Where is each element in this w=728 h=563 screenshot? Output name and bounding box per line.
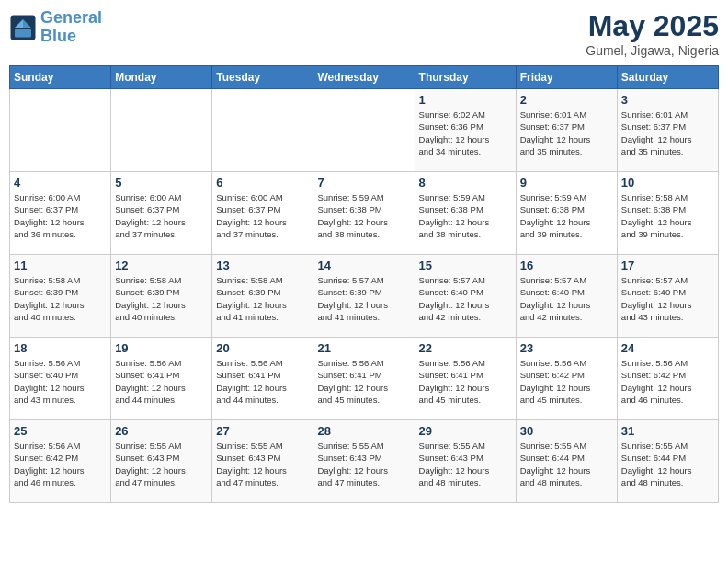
weekday-header-friday: Friday [516,66,617,89]
calendar-cell: 31Sunrise: 5:55 AM Sunset: 6:44 PM Dayli… [617,420,718,503]
day-info: Sunrise: 5:55 AM Sunset: 6:43 PM Dayligh… [216,440,309,488]
calendar-cell: 7Sunrise: 5:59 AM Sunset: 6:38 PM Daylig… [313,172,415,255]
day-number: 29 [419,424,512,438]
weekday-header-wednesday: Wednesday [313,66,415,89]
day-info: Sunrise: 5:55 AM Sunset: 6:44 PM Dayligh… [621,440,714,488]
calendar-cell [212,89,313,172]
calendar-cell: 11Sunrise: 5:58 AM Sunset: 6:39 PM Dayli… [10,255,111,338]
calendar-cell [10,89,111,172]
day-info: Sunrise: 5:56 AM Sunset: 6:41 PM Dayligh… [216,357,309,406]
calendar-cell: 28Sunrise: 5:55 AM Sunset: 6:43 PM Dayli… [313,420,415,503]
day-number: 24 [621,341,714,355]
calendar-cell: 20Sunrise: 5:56 AM Sunset: 6:41 PM Dayli… [212,338,313,420]
calendar-cell: 15Sunrise: 5:57 AM Sunset: 6:40 PM Dayli… [415,255,516,338]
day-info: Sunrise: 5:59 AM Sunset: 6:38 PM Dayligh… [520,191,613,240]
day-info: Sunrise: 5:57 AM Sunset: 6:40 PM Dayligh… [520,274,613,323]
day-info: Sunrise: 6:00 AM Sunset: 6:37 PM Dayligh… [14,191,107,240]
calendar-cell: 2Sunrise: 6:01 AM Sunset: 6:37 PM Daylig… [516,89,617,172]
day-info: Sunrise: 6:00 AM Sunset: 6:37 PM Dayligh… [216,191,309,240]
day-number: 27 [216,424,309,438]
day-number: 11 [14,259,107,272]
logo: General Blue [9,9,102,46]
day-info: Sunrise: 5:58 AM Sunset: 6:39 PM Dayligh… [216,274,309,323]
day-number: 5 [115,176,208,190]
day-number: 17 [621,259,714,272]
day-info: Sunrise: 5:58 AM Sunset: 6:38 PM Dayligh… [621,191,714,240]
day-info: Sunrise: 6:01 AM Sunset: 6:37 PM Dayligh… [520,109,613,157]
day-info: Sunrise: 5:56 AM Sunset: 6:41 PM Dayligh… [317,357,410,406]
day-info: Sunrise: 5:55 AM Sunset: 6:43 PM Dayligh… [317,440,410,488]
calendar-week-row: 11Sunrise: 5:58 AM Sunset: 6:39 PM Dayli… [10,255,719,338]
weekday-header-thursday: Thursday [415,66,516,89]
calendar-week-row: 1Sunrise: 6:02 AM Sunset: 6:36 PM Daylig… [10,89,719,172]
day-number: 25 [14,424,107,438]
day-number: 9 [520,176,613,190]
day-number: 10 [621,176,714,190]
day-number: 20 [216,341,309,355]
day-info: Sunrise: 5:58 AM Sunset: 6:39 PM Dayligh… [14,274,107,323]
calendar-cell: 30Sunrise: 5:55 AM Sunset: 6:44 PM Dayli… [516,420,617,503]
calendar-week-row: 4Sunrise: 6:00 AM Sunset: 6:37 PM Daylig… [10,172,719,255]
calendar-cell: 24Sunrise: 5:56 AM Sunset: 6:42 PM Dayli… [617,338,718,420]
calendar-cell: 3Sunrise: 6:01 AM Sunset: 6:37 PM Daylig… [617,89,718,172]
calendar-cell: 5Sunrise: 6:00 AM Sunset: 6:37 PM Daylig… [111,172,212,255]
day-number: 8 [419,176,512,190]
calendar-cell: 8Sunrise: 5:59 AM Sunset: 6:38 PM Daylig… [415,172,516,255]
calendar-cell: 18Sunrise: 5:56 AM Sunset: 6:40 PM Dayli… [10,338,111,420]
day-info: Sunrise: 5:58 AM Sunset: 6:39 PM Dayligh… [115,274,208,323]
calendar-cell: 9Sunrise: 5:59 AM Sunset: 6:38 PM Daylig… [516,172,617,255]
day-info: Sunrise: 5:57 AM Sunset: 6:40 PM Dayligh… [419,274,512,323]
day-info: Sunrise: 5:57 AM Sunset: 6:40 PM Dayligh… [621,274,714,323]
day-info: Sunrise: 5:56 AM Sunset: 6:42 PM Dayligh… [14,440,107,488]
calendar-cell: 27Sunrise: 5:55 AM Sunset: 6:43 PM Dayli… [212,420,313,503]
day-number: 18 [14,341,107,355]
calendar-cell: 4Sunrise: 6:00 AM Sunset: 6:37 PM Daylig… [10,172,111,255]
weekday-header-sunday: Sunday [10,66,111,89]
day-number: 13 [216,259,309,272]
day-number: 3 [621,93,714,107]
calendar-cell: 17Sunrise: 5:57 AM Sunset: 6:40 PM Dayli… [617,255,718,338]
calendar-table: SundayMondayTuesdayWednesdayThursdayFrid… [9,65,719,503]
day-number: 14 [317,259,410,272]
day-info: Sunrise: 6:00 AM Sunset: 6:37 PM Dayligh… [115,191,208,240]
day-number: 6 [216,176,309,190]
day-number: 4 [14,176,107,190]
day-number: 31 [621,424,714,438]
day-info: Sunrise: 6:01 AM Sunset: 6:37 PM Dayligh… [621,109,714,157]
day-number: 26 [115,424,208,438]
weekday-header-monday: Monday [111,66,212,89]
title-area: May 2025 Gumel, Jigawa, Nigeria [586,9,719,58]
calendar-cell: 12Sunrise: 5:58 AM Sunset: 6:39 PM Dayli… [111,255,212,338]
day-info: Sunrise: 6:02 AM Sunset: 6:36 PM Dayligh… [419,109,512,157]
day-info: Sunrise: 5:56 AM Sunset: 6:41 PM Dayligh… [115,357,208,406]
calendar-cell: 29Sunrise: 5:55 AM Sunset: 6:43 PM Dayli… [415,420,516,503]
calendar-cell: 6Sunrise: 6:00 AM Sunset: 6:37 PM Daylig… [212,172,313,255]
weekday-header-row: SundayMondayTuesdayWednesdayThursdayFrid… [10,66,719,89]
page-header: General Blue May 2025 Gumel, Jigawa, Nig… [9,9,719,58]
calendar-week-row: 25Sunrise: 5:56 AM Sunset: 6:42 PM Dayli… [10,420,719,503]
calendar-cell: 1Sunrise: 6:02 AM Sunset: 6:36 PM Daylig… [415,89,516,172]
day-number: 19 [115,341,208,355]
location-subtitle: Gumel, Jigawa, Nigeria [586,43,719,58]
day-number: 28 [317,424,410,438]
day-number: 23 [520,341,613,355]
logo-icon [9,14,37,41]
day-info: Sunrise: 5:56 AM Sunset: 6:42 PM Dayligh… [621,357,714,406]
day-number: 12 [115,259,208,272]
day-info: Sunrise: 5:57 AM Sunset: 6:39 PM Dayligh… [317,274,410,323]
day-number: 16 [520,259,613,272]
day-number: 21 [317,341,410,355]
calendar-cell [313,89,415,172]
day-number: 2 [520,93,613,107]
day-number: 7 [317,176,410,190]
calendar-cell: 26Sunrise: 5:55 AM Sunset: 6:43 PM Dayli… [111,420,212,503]
day-info: Sunrise: 5:59 AM Sunset: 6:38 PM Dayligh… [419,191,512,240]
weekday-header-saturday: Saturday [617,66,718,89]
month-year-title: May 2025 [586,9,719,43]
day-info: Sunrise: 5:55 AM Sunset: 6:43 PM Dayligh… [115,440,208,488]
day-number: 1 [419,93,512,107]
calendar-cell: 14Sunrise: 5:57 AM Sunset: 6:39 PM Dayli… [313,255,415,338]
day-info: Sunrise: 5:56 AM Sunset: 6:42 PM Dayligh… [520,357,613,406]
day-info: Sunrise: 5:55 AM Sunset: 6:43 PM Dayligh… [419,440,512,488]
calendar-cell: 13Sunrise: 5:58 AM Sunset: 6:39 PM Dayli… [212,255,313,338]
